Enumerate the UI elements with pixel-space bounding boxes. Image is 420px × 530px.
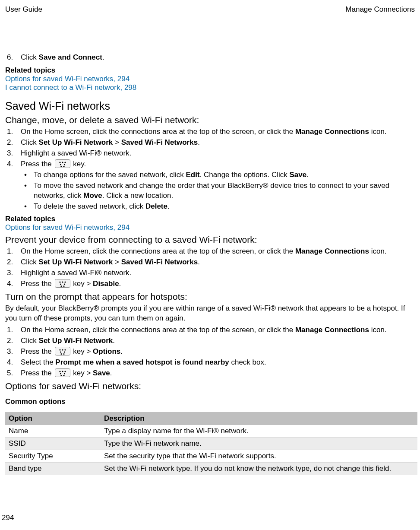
hotspot-step-1: 1. On the Home screen, click the connect… bbox=[5, 325, 415, 335]
link-options-saved-wifi-2[interactable]: Options for saved Wi-Fi networks, 294 bbox=[5, 223, 129, 232]
heading-hotspot-prompt: Turn on the prompt that appears for hots… bbox=[5, 292, 415, 302]
svg-point-9 bbox=[59, 282, 60, 283]
table-row: Band type Set the Wi-Fi network type. If… bbox=[5, 462, 417, 475]
heading-prevent-connect: Prevent your device from connecting to a… bbox=[5, 235, 415, 245]
svg-point-21 bbox=[63, 351, 65, 352]
related-topics-title-1: Related topics bbox=[5, 66, 415, 75]
svg-rect-24 bbox=[55, 368, 70, 377]
svg-point-7 bbox=[63, 166, 64, 167]
prevent-steps: 1. On the Home screen, click the connect… bbox=[5, 247, 415, 289]
svg-point-6 bbox=[60, 166, 62, 167]
svg-point-3 bbox=[64, 162, 66, 163]
table-row: SSID Type the Wi-Fi network name. bbox=[5, 437, 417, 450]
change-step-2: 2. Click Set Up Wi-Fi Network > Saved Wi… bbox=[5, 138, 415, 148]
page-number: 294 bbox=[2, 514, 14, 522]
related-topics-title-2: Related topics bbox=[5, 215, 415, 223]
svg-point-22 bbox=[60, 353, 62, 355]
svg-point-29 bbox=[63, 373, 65, 374]
common-options-subheading: Common options bbox=[5, 397, 415, 406]
svg-rect-8 bbox=[55, 279, 70, 288]
change-bullet-edit: To change options for the saved network,… bbox=[21, 170, 415, 180]
svg-point-28 bbox=[60, 373, 61, 374]
hotspot-steps: 1. On the Home screen, click the connect… bbox=[5, 325, 415, 378]
svg-point-26 bbox=[62, 371, 63, 372]
option-name: Security Type bbox=[5, 450, 101, 462]
options-table: Option Description Name Type a display n… bbox=[5, 412, 417, 475]
svg-point-13 bbox=[63, 284, 65, 285]
svg-point-31 bbox=[63, 375, 64, 376]
option-desc: Set the Wi-Fi network type. If you do no… bbox=[101, 462, 417, 475]
svg-point-23 bbox=[63, 353, 64, 355]
heading-options-saved-wifi: Options for saved Wi-Fi networks: bbox=[5, 381, 415, 391]
change-bullet-delete: To delete the saved network, click Delet… bbox=[21, 202, 415, 212]
option-name: Name bbox=[5, 425, 101, 437]
change-bullet-move: To move the saved network and change the… bbox=[21, 181, 415, 201]
prevent-step-1: 1. On the Home screen, click the connect… bbox=[5, 247, 415, 257]
link-options-saved-wifi-1[interactable]: Options for saved Wi-Fi networks, 294 bbox=[5, 75, 129, 83]
svg-point-5 bbox=[63, 164, 65, 165]
table-row: Security Type Set the security type that… bbox=[5, 450, 417, 462]
svg-point-20 bbox=[60, 351, 61, 352]
svg-point-30 bbox=[60, 375, 62, 376]
hotspot-step-5: 5. Press the key > Save. bbox=[5, 368, 415, 378]
option-name: Band type bbox=[5, 462, 101, 475]
change-step-3: 3. Highlight a saved Wi-Fi® network. bbox=[5, 149, 415, 159]
option-name: SSID bbox=[5, 437, 101, 450]
svg-point-11 bbox=[64, 282, 66, 283]
svg-point-10 bbox=[62, 282, 63, 283]
header-left: User Guide bbox=[5, 5, 42, 14]
option-desc: Set the security type that the Wi-Fi net… bbox=[101, 450, 417, 462]
svg-point-14 bbox=[60, 286, 62, 287]
svg-rect-0 bbox=[55, 159, 70, 168]
hotspot-paragraph: By default, your BlackBerry® prompts you… bbox=[5, 304, 415, 324]
heading-saved-wifi-networks: Saved Wi-Fi networks bbox=[5, 100, 415, 112]
prevent-step-2: 2. Click Set Up Wi-Fi Network > Saved Wi… bbox=[5, 257, 415, 267]
step-6-list: 6. Click Save and Connect. bbox=[5, 53, 415, 63]
svg-point-1 bbox=[59, 162, 60, 163]
menu-key-icon bbox=[55, 347, 70, 355]
hotspot-step-4: 4. Select the Prompt me when a saved hot… bbox=[5, 358, 415, 368]
table-header-option: Option bbox=[5, 412, 101, 425]
svg-point-12 bbox=[60, 284, 61, 285]
svg-point-25 bbox=[59, 371, 60, 372]
change-bullets: To change options for the saved network,… bbox=[21, 170, 415, 212]
page-header: User Guide Manage Connections bbox=[5, 5, 415, 14]
header-right: Manage Connections bbox=[345, 5, 415, 14]
change-step-1: 1. On the Home screen, click the connect… bbox=[5, 127, 415, 137]
menu-key-icon bbox=[55, 159, 70, 168]
svg-point-27 bbox=[64, 371, 66, 372]
table-header-description: Description bbox=[101, 412, 417, 425]
heading-change-move-delete: Change, move, or delete a saved Wi-Fi ne… bbox=[5, 115, 415, 125]
step-6: 6. Click Save and Connect. bbox=[5, 53, 415, 63]
table-row: Name Type a display name for the Wi-Fi® … bbox=[5, 425, 417, 437]
change-step-4: 4. Press the key. bbox=[5, 159, 415, 169]
svg-point-4 bbox=[60, 164, 61, 165]
menu-key-icon bbox=[55, 279, 70, 288]
table-header-row: Option Description bbox=[5, 412, 417, 425]
option-desc: Type a display name for the Wi-Fi® netwo… bbox=[101, 425, 417, 437]
svg-point-17 bbox=[59, 349, 60, 350]
hotspot-step-2: 2. Click Set Up Wi-Fi Network. bbox=[5, 336, 415, 346]
prevent-step-4: 4. Press the key > Disable. bbox=[5, 279, 415, 289]
svg-rect-16 bbox=[55, 347, 70, 355]
option-desc: Type the Wi-Fi network name. bbox=[101, 437, 417, 450]
menu-key-icon bbox=[55, 368, 70, 377]
svg-point-2 bbox=[62, 162, 63, 163]
svg-point-15 bbox=[63, 286, 64, 287]
link-cannot-connect-wifi[interactable]: I cannot connect to a Wi-Fi network, 298 bbox=[5, 83, 136, 92]
hotspot-step-3: 3. Press the key > Options. bbox=[5, 347, 415, 357]
svg-point-19 bbox=[64, 349, 66, 350]
prevent-step-3: 3. Highlight a saved Wi-Fi® network. bbox=[5, 268, 415, 278]
change-steps: 1. On the Home screen, click the connect… bbox=[5, 127, 415, 169]
svg-point-18 bbox=[62, 349, 63, 350]
